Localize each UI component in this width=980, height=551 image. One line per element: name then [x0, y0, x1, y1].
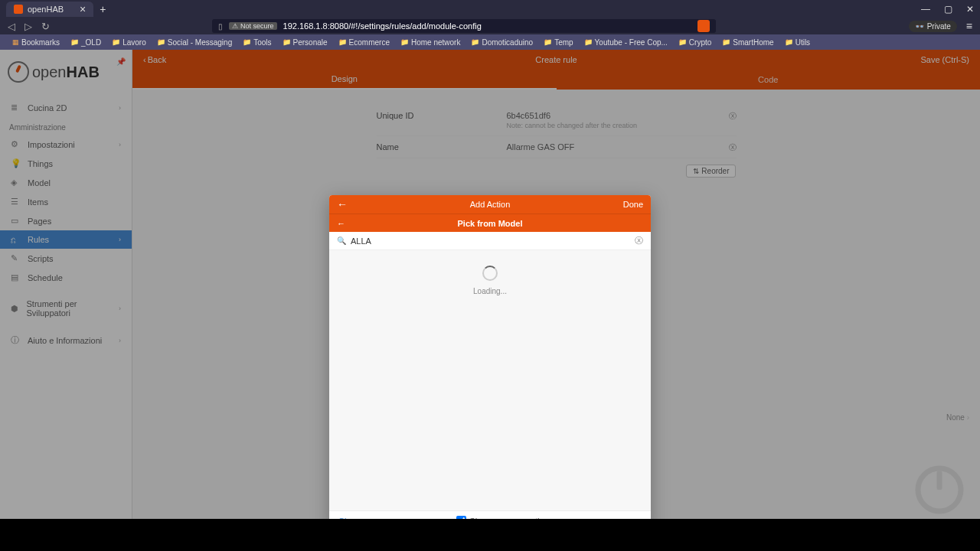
- bookmark-item[interactable]: ▦Bookmarks: [8, 38, 64, 47]
- bookmark-item[interactable]: 📁Personale: [278, 38, 332, 47]
- nav-forward-button[interactable]: ▷: [24, 21, 32, 32]
- modal-title: Add Action: [470, 200, 511, 209]
- done-button[interactable]: Done: [623, 200, 643, 209]
- url-bar[interactable]: ▯ ⚠ Not secure 192.168.1.8:8080/#!/setti…: [212, 19, 716, 33]
- bookmark-item[interactable]: 📁Tools: [238, 38, 276, 47]
- svg-rect-1: [937, 471, 942, 491]
- bookmark-item[interactable]: 📁Utils: [780, 38, 815, 47]
- bookmark-item[interactable]: 📁Youtube - Free Cop...: [580, 38, 672, 47]
- bookmark-item[interactable]: 📁Domoticaduino: [466, 38, 537, 47]
- bookmark-item[interactable]: 📁Ecommerce: [334, 38, 394, 47]
- browser-nav-bar: ◁ ▷ ↻ ▯ ⚠ Not secure 192.168.1.8:8080/#!…: [0, 18, 980, 34]
- loading-text: Loading...: [473, 287, 507, 295]
- security-badge[interactable]: ⚠ Not secure: [229, 22, 277, 30]
- browser-tab[interactable]: openHAB ×: [6, 2, 93, 17]
- bookmark-item[interactable]: 📁Lavoro: [107, 38, 151, 47]
- new-tab-button[interactable]: +: [100, 3, 106, 15]
- app-area: openHAB 📌 ≣Cucina 2D› Amministrazione ⚙I…: [0, 50, 980, 551]
- minimize-button[interactable]: —: [921, 4, 930, 15]
- tab-close-icon[interactable]: ×: [80, 3, 86, 15]
- nav-back-button[interactable]: ◁: [8, 21, 15, 32]
- bookmark-icon[interactable]: ▯: [218, 22, 223, 31]
- nav-reload-button[interactable]: ↻: [41, 21, 50, 32]
- search-row: 🔍 ⓧ: [329, 232, 651, 250]
- tab-favicon: [14, 5, 23, 14]
- close-window-button[interactable]: ✕: [966, 4, 974, 15]
- search-clear-icon[interactable]: ⓧ: [635, 235, 643, 246]
- modal-subtitle: Pick from Model: [458, 219, 523, 228]
- private-badge: 👓 Private: [909, 21, 957, 32]
- modal-back-icon[interactable]: ←: [337, 219, 345, 228]
- window-controls: — ▢ ✕: [921, 4, 974, 15]
- tab-title: openHAB: [28, 5, 64, 14]
- bookmark-item[interactable]: 📁Temp: [539, 38, 577, 47]
- watermark-icon: [913, 463, 966, 517]
- shield-icon[interactable]: [697, 20, 710, 32]
- spinner-icon: [482, 266, 498, 281]
- modal: ← Add Action Done ← Pick from Model 🔍 ⓧ …: [329, 195, 651, 530]
- bookmark-item[interactable]: 📁Social - Messaging: [152, 38, 237, 47]
- modal-body: Loading...: [329, 250, 651, 510]
- black-bar: [0, 519, 980, 551]
- bookmarks-bar: ▦Bookmarks 📁_OLD 📁Lavoro 📁Social - Messa…: [0, 34, 980, 50]
- bookmark-item[interactable]: 📁SmartHome: [717, 38, 778, 47]
- modal-header-pick: ← Pick from Model: [329, 214, 651, 232]
- url-text: 192.168.1.8:8080/#!/settings/rules/add/m…: [283, 21, 482, 31]
- browser-menu-button[interactable]: ≡: [966, 20, 972, 32]
- search-icon: 🔍: [337, 236, 346, 245]
- search-input[interactable]: [351, 236, 635, 246]
- maximize-button[interactable]: ▢: [944, 4, 952, 15]
- bookmark-item[interactable]: 📁Crypto: [674, 38, 716, 47]
- bookmark-item[interactable]: 📁_OLD: [66, 38, 106, 47]
- modal-back-icon[interactable]: ←: [337, 198, 348, 210]
- bookmark-item[interactable]: 📁Home network: [396, 38, 465, 47]
- modal-header-add-action: ← Add Action Done: [329, 195, 651, 214]
- browser-tab-bar: openHAB × + — ▢ ✕: [0, 0, 980, 18]
